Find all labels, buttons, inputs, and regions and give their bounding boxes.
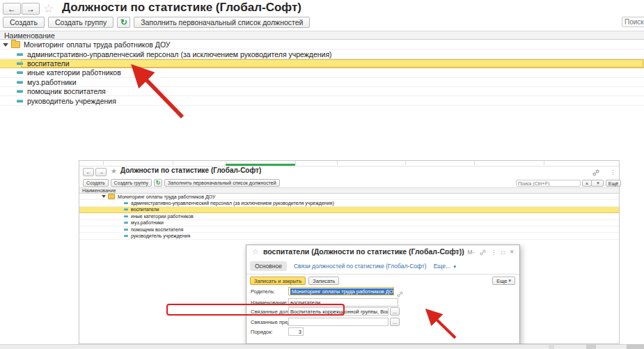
more-label: Еще — [496, 278, 507, 284]
tree-row-label: административно-управленческий персонал … — [131, 201, 334, 205]
search-input[interactable] — [622, 17, 644, 27]
tree-row-group[interactable]: Мониторинг оплаты труда работников ДОУ — [79, 194, 619, 200]
tree-row-selected[interactable]: воспитатели — [79, 207, 619, 213]
tree-row[interactable]: муз.работники — [0, 78, 644, 87]
tab-separator — [405, 161, 406, 165]
create-group-button[interactable]: Создать группу — [48, 17, 113, 28]
create-button[interactable]: Создать — [3, 17, 45, 28]
status-bar-item[interactable] — [549, 344, 554, 349]
favorite-star-icon[interactable]: ☆ — [252, 247, 259, 256]
embedded-screenshot-window: ← → ★ Должности по статистике (Глобал-Со… — [79, 160, 620, 344]
positions-tree: Мониторинг оплаты труда работников ДОУ а… — [0, 40, 644, 106]
tab-separator — [544, 161, 544, 165]
status-bar-item[interactable] — [627, 344, 644, 349]
positions-tree: Мониторинг оплаты труда работников ДОУ а… — [79, 194, 619, 240]
tree-row-label: Мониторинг оплаты труда работников ДОУ — [118, 194, 215, 199]
linked-subjects-field[interactable] — [288, 318, 388, 326]
column-header[interactable]: Наименование — [0, 31, 644, 40]
tree-row-label: помощник воспитателя — [27, 87, 106, 95]
tree-row-label: руководитель учреждения — [27, 97, 116, 105]
order-value: 3 — [299, 329, 301, 335]
tree-row-label: воспитатели — [131, 207, 159, 212]
linked-positions-picker-button[interactable]: ... — [390, 307, 400, 316]
tab-more[interactable]: Еще... ▾ — [434, 263, 456, 270]
fill-initial-list-button[interactable]: Заполнить первоначальный список должност… — [164, 179, 280, 187]
clear-search-button[interactable]: × — [582, 180, 592, 187]
tab-separator — [173, 161, 173, 165]
dialog-title: воспитатели (Должности по статистике (Гл… — [263, 247, 464, 256]
close-icon[interactable]: × — [510, 248, 514, 256]
fill-initial-list-button[interactable]: Заполнить первоначальный список должност… — [134, 17, 310, 28]
expander-icon[interactable] — [3, 43, 8, 47]
favorite-star-icon[interactable]: ★ — [111, 167, 117, 175]
tab-main[interactable]: Основное — [250, 261, 287, 271]
save-button[interactable]: Записать — [308, 277, 339, 285]
search-input[interactable] — [516, 180, 581, 187]
tree-row-group[interactable]: Мониторинг оплаты труда работников ДОУ — [0, 40, 644, 49]
parent-field[interactable]: Мониторинг оплаты труда работников ДОУ ▾ — [288, 287, 394, 295]
kebab-menu-icon[interactable]: ⋮ — [610, 169, 616, 176]
tree-row[interactable]: иные категории работников — [0, 68, 644, 77]
tree-row[interactable]: руководитель учреждения — [79, 233, 619, 239]
tree-row[interactable]: руководитель учреждения — [0, 96, 644, 105]
expander-icon[interactable] — [102, 195, 106, 198]
forward-button[interactable]: → — [95, 168, 107, 176]
save-close-button[interactable]: Записать и закрыть — [250, 277, 306, 285]
dialog-nav: Основное Связи должностей по статистике … — [250, 261, 456, 272]
tree-row[interactable]: помощник воспитателя — [79, 226, 619, 233]
tree-row-selected[interactable]: воспитатели — [0, 59, 644, 68]
search-options-button[interactable]: ▾ — [591, 180, 604, 187]
tree-row[interactable]: иные категории работников — [79, 213, 619, 219]
linked-subjects-picker-button[interactable]: ... — [390, 318, 400, 326]
memory-minus-button[interactable]: М- — [468, 249, 475, 256]
tree-row-label: иные категории работников — [27, 68, 121, 77]
item-icon — [124, 235, 128, 237]
item-icon — [124, 222, 128, 224]
tree-row[interactable]: помощник воспитателя — [0, 87, 644, 96]
link-icon[interactable] — [480, 248, 486, 255]
dialog-more-button[interactable]: Еще ▾ — [492, 277, 515, 285]
item-icon — [124, 208, 128, 210]
refresh-button[interactable]: ↻ — [154, 179, 162, 187]
maximize-icon[interactable]: □ — [501, 249, 505, 256]
tree-row[interactable]: муз.работники — [79, 220, 619, 226]
tree-row[interactable]: административно-управленческий персонал … — [0, 49, 644, 59]
field-order-label: Порядок: — [251, 329, 273, 335]
tab-separator — [295, 161, 296, 165]
annotation-highlight-box — [166, 304, 345, 316]
status-bar-item[interactable] — [586, 344, 596, 349]
link-icon[interactable] — [592, 169, 599, 176]
order-field[interactable]: 3 — [288, 327, 304, 336]
forward-button[interactable]: → — [22, 3, 40, 15]
tab-more-label: Еще... — [434, 263, 450, 270]
folder-icon — [108, 194, 115, 199]
back-button[interactable]: ← — [83, 168, 94, 176]
item-icon — [17, 53, 23, 56]
item-icon — [124, 215, 128, 217]
tree-row-label: воспитатели — [27, 59, 70, 68]
item-icon — [17, 62, 23, 65]
favorite-star-icon[interactable]: ☆ — [43, 1, 54, 16]
status-bar — [0, 344, 644, 349]
refresh-button[interactable]: ↻ — [117, 17, 130, 28]
tree-row-label: муз.работники — [131, 220, 164, 225]
field-parent-label: Родитель: — [251, 288, 275, 295]
memory-button[interactable]: М — [444, 249, 449, 256]
tree-row-label: помощник воспитателя — [131, 227, 183, 232]
create-button[interactable]: Создать — [83, 179, 109, 187]
tree-row[interactable]: административно-управленческий персонал … — [79, 200, 619, 206]
record-dialog: ☆ воспитатели (Должности по статистике (… — [246, 245, 520, 344]
active-tab-indicator[interactable] — [226, 164, 295, 166]
create-group-button[interactable]: Создать группу — [111, 179, 152, 187]
tree-row-label: Мониторинг оплаты труда работников ДОУ — [24, 40, 171, 49]
more-button[interactable]: Ещё — [606, 180, 621, 187]
chevron-down-icon: ▾ — [597, 180, 599, 186]
memory-plus-button[interactable]: М+ — [455, 249, 463, 256]
column-header[interactable]: Наименование — [79, 187, 619, 194]
item-icon — [17, 90, 23, 93]
kebab-menu-icon[interactable]: ⋮ — [491, 249, 497, 256]
refresh-icon: ↻ — [120, 18, 127, 26]
refresh-icon: ↻ — [156, 180, 161, 186]
tab-links[interactable]: Связи должностей по статистике (Глобал-С… — [294, 263, 427, 270]
back-button[interactable]: ← — [3, 3, 21, 15]
